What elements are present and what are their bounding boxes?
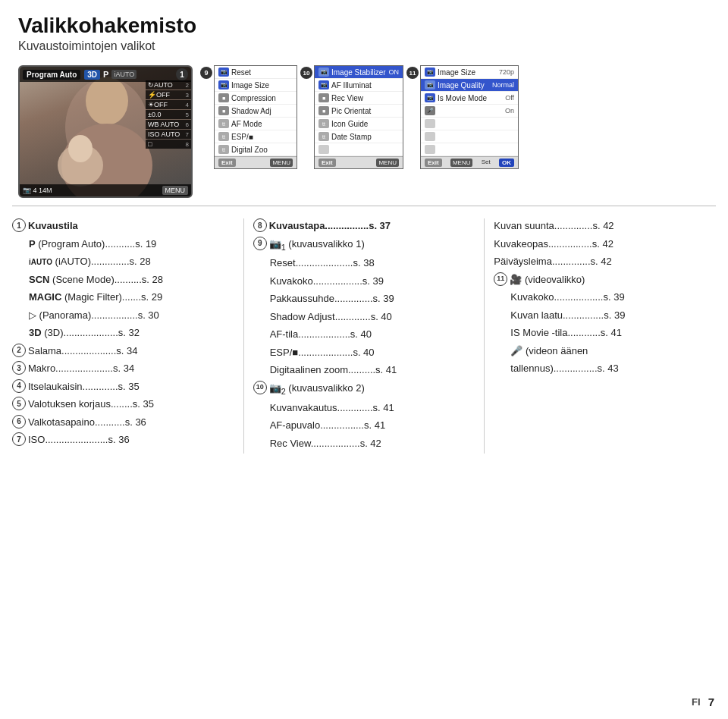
menu-panel-10: 📷 Image Stabilizer ON 📷 AF Illuminat ■ R… [314,65,403,169]
col-1: 1 Kuvaustila P (Program Auto)...........… [12,218,240,454]
tt1-icon [425,119,435,128]
item-kuvakeopas: Kuvakeopas................s. 42 [494,237,716,252]
cam-ctrl-off1: ⚡OFF3 [146,90,191,99]
cam-mode-label: Program Auto [23,70,80,80]
item-pakkaussuhde: Pakkaussuhde..............s. 39 [270,291,475,306]
item-3d: 3D (3D)....................s. 32 [29,325,234,341]
item-salama: 2 Salama....................s. 34 [12,344,234,359]
menu-9-menu: MENU [270,159,293,167]
kuvakeopas-label: Kuvakeopas................s. 42 [494,237,716,252]
item-valkotasapaino: 6 Valkotasapaino...........s. 36 [12,415,234,430]
menu-11-exit[interactable]: Exit [425,159,442,167]
cam-ctrl-wb: WB AUTO6 [146,120,191,129]
menu-item-mic[interactable]: 🎤 On [421,105,518,118]
item-kuvaustapa: 8 Kuvaustapa................s. 37 [253,218,475,234]
page-subtitle: Kuvaustoimintojen valikot [18,39,710,53]
menu-11-container: 11 📷 Image Size 720p 📷 Image Quality Nor… [406,65,519,169]
menu-item-afillum[interactable]: 📷 AF Illuminat [315,79,403,92]
datestamp-icon: tt [318,132,329,141]
menu-item-digitalzoom[interactable]: tt Digital Zoo [215,143,297,156]
menu-item-imagesize2[interactable]: 📷 Image Size 720p [421,66,518,79]
lang-badge: FI [692,696,701,708]
menu-item-imagequality[interactable]: 📷 Image Quality Normal [421,79,518,92]
item-kuvan-suunta: Kuvan suunta..............s. 42 [494,218,716,234]
menu-item-empty [315,143,403,156]
item-panorama: ▷ (Panorama).................s. 30 [29,308,234,323]
divider-2 [484,218,485,454]
cam-bottom-bar: 📷 4 14M MENU [20,184,191,196]
menu-item-esp[interactable]: tt ESP/■ [215,130,297,143]
menu-item-picorient[interactable]: ■ Pic Orientat [315,105,403,118]
content-area: 1 Kuvaustila P (Program Auto)...........… [0,211,728,461]
col-3: Kuvan suunta..............s. 42 Kuvakeop… [488,218,716,454]
menu-10-container: 10 📷 Image Stabilizer ON 📷 AF Illuminat … [300,65,403,169]
menu-item-recview[interactable]: ■ Rec View [315,92,403,105]
iconguide-icon: tt [318,119,329,128]
imagesize2-icon: 📷 [425,68,435,77]
item-paivaysleima: Päiväysleima..............s. 42 [494,254,716,269]
menu-panel-9: 📷 Reset 📷 Image Size ■ Compression ■ Sha… [214,65,297,169]
num-1: 1 [12,218,26,232]
menu-10-exit[interactable]: Exit [318,159,336,167]
menu-item-iconguide[interactable]: tt Icon Guide [315,118,403,130]
header: Valikkohakemisto Kuvaustoimintojen valik… [0,0,728,58]
menu-item-tt3 [421,143,518,156]
cam-ctrl-auto: ↻AUTO2 [146,80,191,89]
col-2: 8 Kuvaustapa................s. 37 9 📷1 (… [247,218,482,454]
menu-item-datestamp[interactable]: tt Date Stamp [315,130,403,143]
afmode-icon: tt [218,119,229,128]
menu-11-ok[interactable]: OK [499,159,514,167]
menu-9-exit[interactable]: Exit [218,159,236,167]
menu-item-imagestab[interactable]: 📷 Image Stabilizer ON [315,66,403,79]
menu-9-container: 9 📷 Reset 📷 Image Size ■ Compression [200,65,297,169]
cam-iauto-label: iAUTO [111,70,136,79]
kuvaustila-label: Kuvaustila [28,218,234,234]
item-videovalikko: 11 🎥 (videovalikko) [494,272,716,287]
menu-item-compression[interactable]: ■ Compression [215,92,297,105]
cam-bottom-left: 📷 4 14M [23,187,52,194]
footer: FI 7 [692,695,714,708]
tt2-icon [425,132,435,141]
compression-icon: ■ [218,93,229,102]
menu-item-tt2 [421,130,518,143]
imagequality-icon: 📷 [425,80,435,89]
item-valikko1: 9 📷1 (kuvausvalikko 1) [253,237,475,253]
menu-11-menu: MENU [450,159,473,167]
item-scn: SCN (Scene Mode)..........s. 28 [29,272,234,287]
menu-item-ismoviemde[interactable]: 📷 Is Movie Mode Off [421,92,518,105]
item-iso: 7 ISO.......................s. 36 [12,432,234,447]
item-esp: ESP/■....................s. 40 [270,345,475,360]
item-reset: Reset.....................s. 38 [270,256,475,271]
num-8: 8 [253,218,267,232]
menu-item-imagesize[interactable]: 📷 Image Size [215,79,297,92]
num-5: 5 [12,397,26,410]
valotuksen-label: Valotuksen korjaus........s. 35 [28,397,234,412]
item-iauto: iAUTO (iAUTO)..............s. 28 [29,254,234,269]
item-is-movie: IS Movie -tila............s. 41 [510,325,716,341]
item-kuvakoko1: Kuvakoko..................s. 39 [270,274,475,289]
badge-9: 9 [200,67,212,79]
num-9: 9 [253,237,267,250]
divider-1 [243,218,244,454]
kuvaustapa-label: Kuvaustapa................s. 37 [269,218,475,234]
item-magic: MAGIC (Magic Filter).......s. 29 [29,290,234,305]
num-10: 10 [253,381,267,394]
cam-ctrl-iso: ISO AUTO7 [146,130,191,139]
menu-item-afmode[interactable]: tt AF Mode [215,118,297,130]
shadowadj-icon: ■ [218,106,229,115]
menu-item-shadowadj[interactable]: ■ Shadow Adj [215,105,297,118]
num-7: 7 [12,432,26,446]
page-number: 7 [708,695,714,708]
valikko1-label: 📷1 (kuvausvalikko 1) [269,237,475,253]
menu-item-reset[interactable]: 📷 Reset [215,66,297,79]
reset-icon: 📷 [218,68,229,77]
mic-icon: 🎤 [425,106,435,115]
badge-10: 10 [300,67,312,79]
tt3-icon [425,145,435,154]
cam-menu-label: MENU [162,186,189,195]
item-digitaalinen: Digitaalinen zoom..........s. 41 [270,363,475,378]
valkotasapaino-label: Valkotasapaino...........s. 36 [28,415,234,430]
empty-icon [318,145,329,154]
item-tallennus: tallennus)................s. 43 [510,361,716,376]
imagesize-icon: 📷 [218,80,229,89]
